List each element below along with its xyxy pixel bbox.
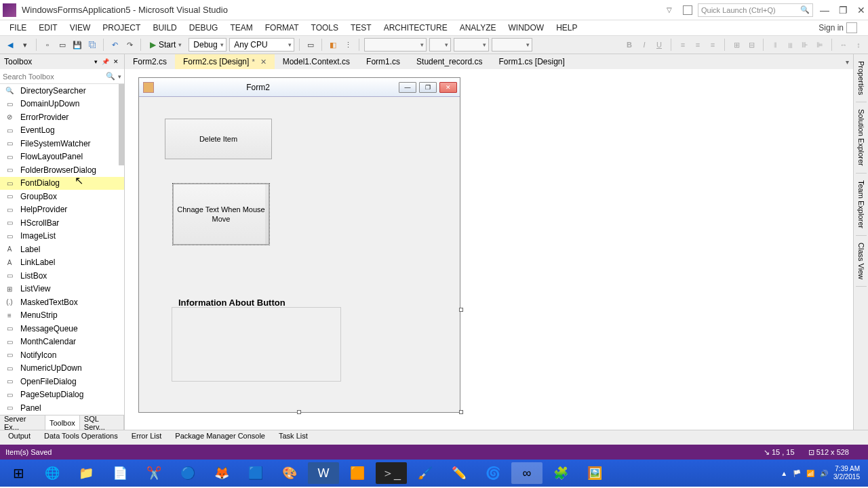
selection-handle-bottom[interactable] [297,410,301,414]
toolbox-item-pagesetupdialog[interactable]: ▭PageSetupDialog [0,388,124,402]
brush-icon[interactable]: 🖌️ [410,462,441,484]
doc-tabs-overflow[interactable]: ▾ [842,54,853,69]
toolbox-item-linklabel[interactable]: ALinkLabel [0,256,124,270]
form-close-button[interactable]: ✕ [439,82,457,93]
toolbox-dropdown-icon[interactable]: ▾ [93,58,99,65]
align-center-button[interactable]: ≡ [692,39,703,50]
toolbar-combo-3[interactable] [454,38,489,52]
toolbox-item-fontdialog[interactable]: ▭FontDialog [0,177,124,190]
app-icon-4[interactable]: 🧩 [545,462,576,484]
redo-button[interactable]: ↷ [123,39,136,51]
layout-btn-3[interactable]: ⫴ [770,39,781,50]
menu-architecture[interactable]: ARCHITECTURE [378,22,453,34]
toolbar-combo-1[interactable] [364,38,427,52]
underline-button[interactable]: U [654,39,665,50]
chrome-icon[interactable]: 🔵 [172,462,203,484]
doc-tab[interactable]: Form1.cs [358,54,408,69]
toolbox-item-errorprovider[interactable]: ⊘ErrorProvider [0,110,124,124]
toolbar-button-3[interactable]: ⋮ [342,39,354,51]
photo-icon[interactable]: 🖼️ [579,462,610,484]
layout-btn-8[interactable]: ↕ [853,39,864,50]
form-window[interactable]: Form2 — ❐ ✕ Delete Item Chnage Text When… [138,77,460,413]
maximize-button[interactable]: ❐ [839,5,848,16]
form-maximize-button[interactable]: ❐ [419,82,437,93]
toolbox-item-maskedtextbox[interactable]: (.)MaskedTextBox [0,296,124,309]
menu-team[interactable]: TEAM [224,22,258,34]
bottom-tab[interactable]: Data Tools Operations [37,430,125,445]
doc-tab[interactable]: Form2.cs [Design]*✕ [175,54,275,69]
tray-network-icon[interactable]: 📶 [806,470,814,477]
tray-flag-icon[interactable]: 🏳️ [793,470,801,477]
menu-file[interactable]: FILE [4,22,32,34]
menu-build[interactable]: BUILD [147,22,182,34]
panel-tab-solution-explorer[interactable]: Solution Explorer [856,102,867,174]
undo-button[interactable]: ↶ [108,39,121,51]
toolbox-item-helpprovider[interactable]: ▭HelpProvider [0,203,124,217]
italic-button[interactable]: I [639,39,650,50]
toolbox-item-imagelist[interactable]: ▭ImageList [0,230,124,243]
tray-up-icon[interactable]: ▲ [781,470,787,477]
bottom-tab[interactable]: Package Manager Console [168,430,272,445]
toolbox-close-icon[interactable]: ✕ [112,58,120,65]
form-body[interactable]: Delete Item Chnage Text When Mouse Move … [139,97,460,412]
toolbox-item-messagequeue[interactable]: ▭MessageQueue [0,322,124,336]
minimize-button[interactable]: — [820,5,829,16]
panel-tab-team-explorer[interactable]: Team Explorer [856,174,867,236]
notepad-icon[interactable]: 📄 [104,462,136,484]
quick-launch-input[interactable]: Quick Launch (Ctrl+Q) 🔍 [698,3,813,17]
toolbox-item-panel[interactable]: ▭Panel [0,401,124,415]
start-debug-button[interactable]: ▶ Start ▾ [146,40,186,49]
write-icon[interactable]: ✏️ [443,462,475,484]
selection-handle-corner[interactable] [459,410,463,414]
toolbox-tab[interactable]: SQL Serv... [80,415,124,430]
menu-analyze[interactable]: ANALYZE [454,22,502,34]
menu-debug[interactable]: DEBUG [184,22,224,34]
toolbox-search[interactable]: 🔍 ▾ [0,69,124,84]
menu-window[interactable]: WINDOW [502,22,549,34]
system-tray[interactable]: ▲ 🏳️ 📶 🔊 7:39 AM 3/2/2015 [781,465,865,481]
layout-btn-4[interactable]: ⫼ [785,39,795,50]
toolbox-item-numericupdown[interactable]: ▭NumericUpDown [0,362,124,375]
word-icon[interactable]: W [308,462,339,484]
doc-tab[interactable]: Student_record.cs [408,54,490,69]
toolbox-item-listbox[interactable]: ▭ListBox [0,269,124,283]
toolbox-item-eventlog[interactable]: ▭EventLog [0,124,124,138]
nav-forward-button[interactable]: ▾ [19,39,31,51]
toolbox-item-groupbox[interactable]: ▭GroupBox [0,190,124,203]
info-groupbox[interactable] [172,307,341,382]
paint-icon[interactable]: 🎨 [274,462,305,484]
panel-tab-properties[interactable]: Properties [856,54,867,102]
toolbox-tab[interactable]: Server Ex... [0,415,45,430]
platform-combo[interactable]: Any CPU [229,38,294,52]
toolbox-pin-icon[interactable]: 📌 [100,58,111,65]
toolbox-item-hscrollbar[interactable]: ▭HScrollBar [0,216,124,230]
chevron-down-icon[interactable]: ▾ [118,73,121,80]
layout-btn-5[interactable]: ⊪ [800,39,810,50]
toolbox-item-menustrip[interactable]: ≡MenuStrip [0,309,124,323]
toolbox-item-monthcalendar[interactable]: ▭MonthCalendar [0,336,124,349]
bottom-tab[interactable]: Output [1,430,37,445]
close-button[interactable]: ✕ [857,5,865,16]
toolbox-item-directorysearcher[interactable]: 🔍DirectorySearcher [0,84,124,98]
notification-icon[interactable] [683,5,692,15]
nav-back-button[interactable]: ◀ [4,39,16,51]
app-icon-3[interactable]: 🌀 [477,462,509,484]
delete-item-button[interactable]: Delete Item [165,119,272,159]
config-combo[interactable]: Debug [189,38,226,52]
close-tab-icon[interactable]: ✕ [260,58,267,66]
doc-tab[interactable]: Model1.Context.cs [275,54,358,69]
ie-icon[interactable]: 🌐 [37,462,68,484]
form-designer[interactable]: Form2 — ❐ ✕ Delete Item Chnage Text When… [125,69,853,430]
explorer-icon[interactable]: 📁 [71,462,102,484]
app-icon-1[interactable]: 🟦 [240,462,271,484]
save-all-button[interactable]: ⿻ [86,39,98,51]
bold-button[interactable]: B [624,39,635,50]
menu-test[interactable]: TEST [345,22,377,34]
menu-edit[interactable]: EDIT [33,22,62,34]
firefox-icon[interactable]: 🦊 [206,462,237,484]
layout-btn-2[interactable]: ⊟ [746,39,757,50]
toolbar-button-2[interactable]: ◧ [327,39,339,51]
toolbox-search-input[interactable] [3,73,103,81]
doc-tab[interactable]: Form2.cs [125,54,175,69]
toolbox-item-listview[interactable]: ⊞ListView [0,283,124,296]
